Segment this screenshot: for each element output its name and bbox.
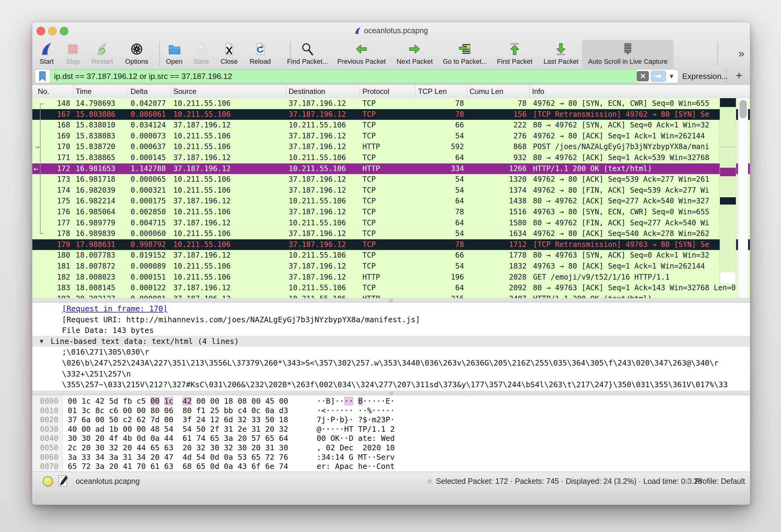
packet-row-174[interactable]: 17416.9820390.00032110.211.55.10637.187.…: [32, 185, 750, 196]
column-header-no[interactable]: No.: [32, 85, 73, 98]
toolbar-button-next-packet[interactable]: Next Packet: [397, 41, 433, 65]
cell-time: 18.008145: [73, 282, 128, 294]
packet-row-177[interactable]: 17716.9897790.00471537.187.196.1210.211.…: [32, 218, 750, 229]
packet-row-192[interactable]: 19220.2021270.00000137.187.196.1210.211.…: [32, 294, 750, 298]
packet-row-182[interactable]: 18218.0080230.00015110.211.55.10637.187.…: [32, 272, 750, 283]
cell-no: 171: [32, 152, 73, 164]
column-header-time[interactable]: Time: [73, 85, 128, 98]
cell-delta: 0.000073: [128, 131, 171, 142]
cell-len: 54: [415, 131, 467, 142]
column-header-source[interactable]: Source: [171, 85, 286, 98]
toolbar-button-start[interactable]: Start: [40, 41, 54, 65]
toolbar-button-label: Last Packet: [544, 58, 579, 65]
intelligent-scrollbar-minimap[interactable]: [720, 98, 736, 284]
packet-row-170[interactable]: 17015.8387200.00063710.211.55.10637.187.…: [32, 141, 750, 152]
cell-no: 179: [32, 239, 73, 250]
detail-line[interactable]: [Request URI: http://mihannevis.com/joes…: [32, 314, 750, 325]
packet-row-171[interactable]: 17115.8388650.00014537.187.196.1210.211.…: [32, 152, 750, 164]
column-header-delta[interactable]: Delta: [128, 85, 171, 98]
packet-row-179[interactable]: 17917.9886310.99879210.211.55.10637.187.…: [32, 239, 750, 250]
toolbar-button-label: Reload: [250, 58, 271, 65]
toolbar-button-last-packet[interactable]: Last Packet: [544, 41, 579, 65]
cell-no: 180: [32, 250, 73, 261]
column-header-info[interactable]: Info: [530, 85, 750, 98]
cell-delta: 0.000151: [128, 272, 171, 283]
cell-time: 15.838720: [73, 141, 128, 152]
detail-line[interactable]: ;\016\271\305\030\r: [32, 347, 750, 358]
detail-line[interactable]: File Data: 143 bytes: [32, 325, 750, 336]
detail-line[interactable]: \332+\251\257\n: [32, 368, 750, 380]
expression-button[interactable]: Expression...: [682, 72, 728, 81]
cell-info: 49763 → 80 [SYN, ECN, CWR] Seq=0 Win=655: [530, 207, 750, 218]
packet-row-183[interactable]: 18318.0081450.00012237.187.196.1210.211.…: [32, 282, 750, 294]
toolbar-button-reload[interactable]: Reload: [250, 41, 271, 65]
hex-row-0070[interactable]: 007065 72 3a 20 41 70 61 63 68 65 0d 0a …: [32, 462, 750, 471]
detail-text: Line-based text data: text/html (4 lines…: [51, 337, 239, 346]
packet-row-168[interactable]: 16815.8380100.03412437.187.196.1210.211.…: [32, 120, 750, 131]
add-filter-button[interactable]: +: [736, 69, 742, 82]
cell-len: 66: [415, 250, 467, 261]
column-header-protocol[interactable]: Protocol: [360, 85, 415, 98]
hex-row-0000[interactable]: 000000 1c 42 5d fb c5 00 1c 42 00 00 18 …: [32, 397, 750, 406]
toolbar-button-go-to-packet[interactable]: Go to Packet...: [443, 41, 487, 65]
detail-text: \026\b\247\252\243A\227\351\213\3556L\37…: [62, 358, 718, 367]
hex-row-0010[interactable]: 001001 3c 8c c6 00 00 80 06 80 f1 25 bb …: [32, 406, 750, 415]
hex-ascii: :34:14 G MT··Serv: [317, 453, 395, 462]
display-filter-field[interactable]: ip.dst == 37.187.196.12 or ip.src == 37.…: [35, 69, 679, 83]
packet-row-148[interactable]: 14814.7986930.04207710.211.55.10637.187.…: [32, 98, 750, 109]
capture-comment-icon[interactable]: [57, 475, 68, 488]
detail-line[interactable]: \026\b\247\252\243A\227\351\213\3556L\37…: [32, 358, 750, 368]
packet-row-169[interactable]: 16915.8380830.00007310.211.55.10637.187.…: [32, 131, 750, 142]
packet-list-scrollbar[interactable]: [738, 98, 748, 298]
toolbar-button-options[interactable]: Options: [125, 41, 148, 65]
column-header-destination[interactable]: Destination: [286, 85, 360, 98]
status-profile[interactable]: Profile: Default: [695, 477, 745, 486]
packet-row-175[interactable]: 17516.9822140.00017537.187.196.1210.211.…: [32, 196, 750, 207]
toolbar-button-close[interactable]: Close: [220, 41, 238, 65]
packet-row-167[interactable]: 16715.8038860.08606110.211.55.10637.187.…: [32, 109, 750, 120]
toolbar-button-label: Stop: [66, 58, 80, 65]
filter-input[interactable]: ip.dst == 37.187.196.12 or ip.src == 37.…: [50, 70, 637, 83]
toolbar-button-open[interactable]: Open: [166, 41, 182, 65]
packet-row-180[interactable]: 18018.0077830.01915237.187.196.1210.211.…: [32, 250, 750, 261]
packet-row-181[interactable]: 18118.0078720.00008910.211.55.10637.187.…: [32, 261, 750, 272]
packet-row-176[interactable]: 17616.9850640.00285010.211.55.10637.187.…: [32, 207, 750, 218]
cell-delta: 0.000321: [128, 185, 171, 196]
toolbar-button-previous-packet[interactable]: Previous Packet: [337, 41, 386, 65]
expert-info-icon[interactable]: [43, 476, 53, 487]
filter-bookmark-icon[interactable]: [35, 70, 50, 83]
column-header-tcp-len[interactable]: TCP Len: [415, 85, 467, 98]
packet-list: 14814.7986930.04207710.211.55.10637.187.…: [32, 98, 750, 298]
packet-row-178[interactable]: 17816.9898390.00006010.211.55.10637.187.…: [32, 228, 750, 239]
packet-row-172[interactable]: 17216.9816531.14278837.187.196.1210.211.…: [32, 164, 750, 174]
cell-time: 20.202127: [73, 294, 128, 298]
cell-no: 182: [32, 272, 73, 283]
cell-cumu: 932: [467, 152, 530, 164]
toolbar-button-first-packet[interactable]: First Packet: [497, 41, 532, 65]
filter-apply-icon[interactable]: [651, 71, 666, 82]
hex-row-0020[interactable]: 002037 6a 00 50 c2 62 7d 00 3f 24 12 6d …: [32, 415, 750, 425]
cell-cumu: 1832: [467, 261, 530, 272]
packet-row-173[interactable]: 17316.9817180.00006510.211.55.10637.187.…: [32, 174, 750, 185]
detail-line[interactable]: \355\257~\033\215V\212?\327#KsC\031\206&…: [32, 379, 750, 390]
toolbar-overflow-chevron-icon[interactable]: »: [738, 47, 744, 60]
toolbar-button-find-packet[interactable]: Find Packet...: [287, 41, 328, 65]
cell-dst: 10.211.55.106: [286, 164, 360, 174]
hex-row-0050[interactable]: 00502c 20 30 32 20 44 65 63 20 32 30 32 …: [32, 443, 750, 453]
detail-link-line[interactable]: [Request in frame: 170]: [32, 303, 750, 314]
cell-no: 177: [32, 218, 73, 229]
detail-expandable-line[interactable]: ▼Line-based text data: text/html (4 line…: [32, 336, 750, 347]
cell-proto: TCP: [360, 109, 415, 120]
column-header-cumu-len[interactable]: Cumu Len: [467, 85, 530, 98]
filter-history-caret-icon[interactable]: ▼: [668, 73, 674, 80]
hex-row-0060[interactable]: 00603a 33 34 3a 31 34 20 47 4d 54 0d 0a …: [32, 453, 750, 462]
hex-bytes: 3a 33 34 3a 31 34 20 47 4d 54 0d 0a 53 6…: [68, 453, 288, 462]
cell-cumu: 222: [467, 120, 530, 131]
hex-row-0030[interactable]: 003040 00 ad 1b 00 00 48 54 54 50 2f 31 …: [32, 425, 750, 434]
expander-triangle-icon[interactable]: ▼: [40, 336, 43, 347]
scrollbar-thumb[interactable]: [740, 100, 747, 118]
filter-clear-icon[interactable]: ✕: [637, 71, 649, 81]
toolbar-button-auto-scroll-in-live-capture[interactable]: Auto Scroll in Live Capture: [588, 41, 667, 65]
cell-info: 49762 → 80 [FIN, ACK] Seq=539 Ack=277 Wi: [530, 185, 750, 196]
hex-row-0040[interactable]: 004030 30 20 4f 4b 0d 0a 44 61 74 65 3a …: [32, 434, 750, 443]
